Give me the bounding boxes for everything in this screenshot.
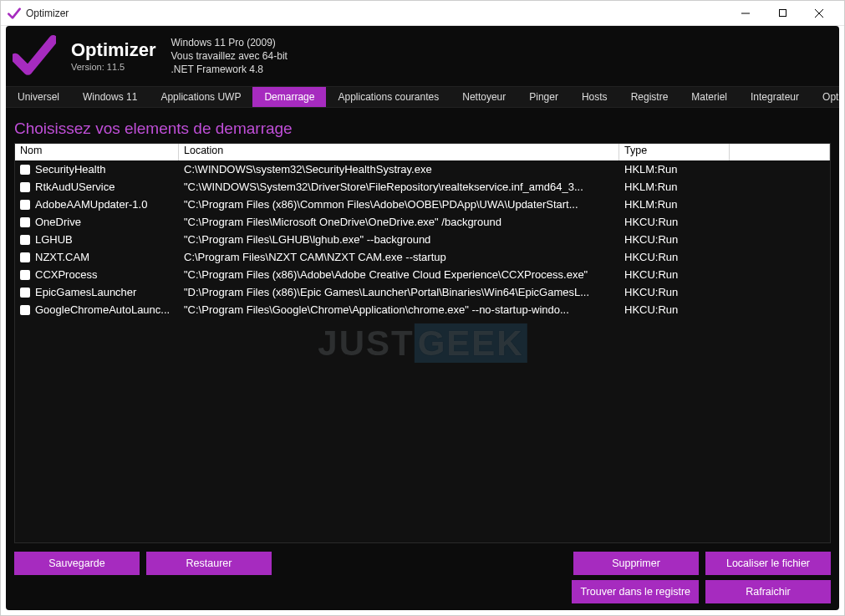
tab-options[interactable]: Options (811, 87, 839, 107)
row-checkbox[interactable] (20, 235, 30, 245)
cell-type: HKCU:Run (619, 285, 730, 299)
table-row[interactable]: OneDrive"C:\Program Files\Microsoft OneD… (15, 213, 830, 231)
cell-name: LGHUB (15, 232, 179, 247)
row-name-text: OneDrive (35, 216, 81, 228)
row-checkbox[interactable] (20, 165, 30, 175)
window-controls (727, 2, 837, 25)
cell-location: C:\Program Files\NZXT CAM\NZXT CAM.exe -… (179, 250, 619, 264)
cell-name: SecurityHealth (15, 162, 179, 176)
tab-integrateur[interactable]: Integrateur (739, 87, 811, 107)
minimize-icon (741, 8, 751, 18)
save-button[interactable]: Sauvegarde (14, 552, 140, 575)
app-icon (8, 7, 21, 20)
tab-universel[interactable]: Universel (6, 87, 71, 107)
section-title: Choisissez vos elements de demarrage (14, 120, 831, 138)
cell-type: HKLM:Run (619, 197, 730, 211)
column-header-type[interactable]: Type (619, 144, 730, 160)
cell-type: HKCU:Run (619, 250, 730, 264)
button-row-1: Sauvegarde Restaurer Supprimer Localiser… (14, 552, 831, 575)
app-body: Optimizer Version: 11.5 Windows 11 Pro (… (6, 26, 839, 610)
row-name-text: RtkAudUService (35, 181, 115, 193)
locate-file-button[interactable]: Localiser le fichier (705, 552, 831, 575)
cell-type: HKCU:Run (619, 215, 730, 229)
tab-bar: UniverselWindows 11Applications UWPDemar… (6, 86, 839, 108)
logo-icon (13, 34, 56, 78)
titlebar: Optimizer (1, 1, 844, 26)
table-body: SecurityHealthC:\WINDOWS\system32\Securi… (15, 160, 830, 542)
row-checkbox[interactable] (20, 200, 30, 210)
startup-table: Nom Location Type SecurityHealthC:\WINDO… (14, 143, 831, 543)
table-row[interactable]: NZXT.CAMC:\Program Files\NZXT CAM\NZXT C… (15, 248, 830, 266)
cell-location: "C:\Program Files\Google\Chrome\Applicat… (179, 303, 619, 317)
cell-type: HKCU:Run (619, 232, 730, 247)
minimize-button[interactable] (727, 2, 764, 25)
restore-button[interactable]: Restaurer (146, 552, 272, 575)
column-header-empty (730, 144, 830, 160)
table-row[interactable]: CCXProcess"C:\Program Files (x86)\Adobe\… (15, 266, 830, 283)
table-header-row: Nom Location Type (15, 144, 830, 160)
table-row[interactable]: EpicGamesLauncher"D:\Program Files (x86)… (15, 283, 830, 301)
delete-button[interactable]: Supprimer (573, 552, 699, 575)
system-info: Windows 11 Pro (2009) Vous travaillez av… (171, 36, 287, 77)
app-title-block: Optimizer Version: 11.5 (71, 40, 155, 72)
row-name-text: EpicGamesLauncher (35, 286, 136, 298)
cell-empty (730, 257, 830, 258)
tab-materiel[interactable]: Materiel (680, 87, 739, 107)
tab-pinger[interactable]: Pinger (517, 87, 570, 107)
maximize-button[interactable] (764, 2, 801, 25)
tab-applications-uwp[interactable]: Applications UWP (149, 87, 252, 107)
column-header-name[interactable]: Nom (15, 144, 179, 160)
tab-hosts[interactable]: Hosts (570, 87, 619, 107)
row-checkbox[interactable] (20, 217, 30, 227)
table-row[interactable]: GoogleChromeAutoLaunc..."C:\Program File… (15, 301, 830, 318)
svg-rect-1 (779, 10, 786, 17)
table-row[interactable]: SecurityHealthC:\WINDOWS\system32\Securi… (15, 160, 830, 178)
content-area: Choisissez vos elements de demarrage Nom… (6, 108, 839, 610)
cell-location: "C:\Program Files (x86)\Common Files\Ado… (179, 197, 619, 211)
cell-location: "C:\Program Files\LGHUB\lghub.exe" --bac… (179, 232, 619, 247)
app-window: Optimizer Optimizer Version: 11.5 (0, 0, 845, 616)
row-checkbox[interactable] (20, 252, 30, 262)
cell-location: "C:\WINDOWS\System32\DriverStore\FileRep… (179, 180, 619, 194)
column-header-location[interactable]: Location (179, 144, 619, 160)
tab-registre[interactable]: Registre (619, 87, 680, 107)
cell-name: NZXT.CAM (15, 250, 179, 264)
cell-empty (730, 204, 830, 206)
cell-empty (730, 292, 830, 293)
row-name-text: NZXT.CAM (35, 251, 89, 263)
cell-name: EpicGamesLauncher (15, 285, 179, 299)
tab-demarrage[interactable]: Demarrage (252, 87, 326, 107)
close-icon (814, 8, 824, 18)
cell-empty (730, 274, 830, 276)
table-row[interactable]: RtkAudUService"C:\WINDOWS\System32\Drive… (15, 178, 830, 196)
cell-location: "C:\Program Files\Microsoft OneDrive\One… (179, 215, 619, 229)
dotnet-line: .NET Framework 4.8 (171, 63, 287, 76)
button-row-2: Trouver dans le registre Rafraichir (14, 580, 831, 603)
refresh-button[interactable]: Rafraichir (705, 580, 831, 603)
cell-location: "C:\Program Files (x86)\Adobe\Adobe Crea… (179, 267, 619, 282)
app-version: Version: 11.5 (71, 62, 155, 72)
os-line: Windows 11 Pro (2009) (171, 36, 287, 49)
table-row[interactable]: LGHUB"C:\Program Files\LGHUB\lghub.exe" … (15, 231, 830, 248)
row-checkbox[interactable] (20, 270, 30, 280)
arch-line: Vous travaillez avec 64-bit (171, 49, 287, 63)
tab-applications-courantes[interactable]: Applications courantes (326, 87, 450, 107)
maximize-icon (778, 8, 787, 18)
row-checkbox[interactable] (20, 288, 30, 298)
cell-type: HKLM:Run (619, 180, 730, 194)
row-checkbox[interactable] (20, 182, 30, 192)
window-title: Optimizer (26, 8, 69, 19)
find-registry-button[interactable]: Trouver dans le registre (572, 580, 699, 603)
cell-type: HKLM:Run (619, 162, 730, 176)
row-name-text: CCXProcess (35, 268, 97, 281)
table-row[interactable]: AdobeAAMUpdater-1.0"C:\Program Files (x8… (15, 196, 830, 213)
cell-empty (730, 169, 830, 171)
close-button[interactable] (801, 2, 837, 25)
row-checkbox[interactable] (20, 305, 30, 315)
cell-empty (730, 239, 830, 241)
row-name-text: SecurityHealth (35, 163, 106, 176)
cell-name: RtkAudUService (15, 180, 179, 194)
cell-empty (730, 186, 830, 188)
tab-nettoyeur[interactable]: Nettoyeur (450, 87, 517, 107)
tab-windows-11[interactable]: Windows 11 (71, 87, 149, 107)
